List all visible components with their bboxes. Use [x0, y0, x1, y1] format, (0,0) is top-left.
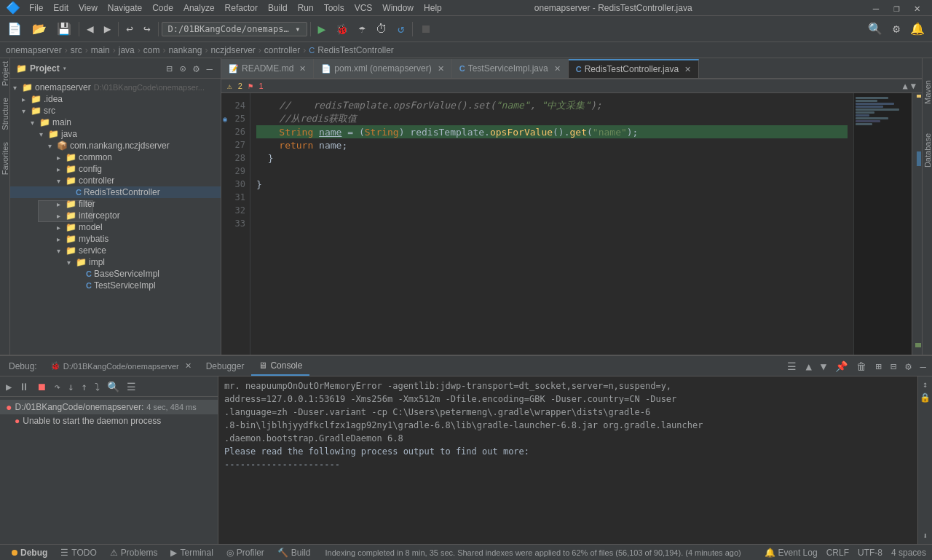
locate-file-button[interactable]: ⊙ [178, 62, 188, 75]
wrap-lines-button[interactable]: ↕ [923, 379, 928, 390]
indent-button[interactable]: 4 spaces [891, 548, 926, 558]
status-tab-todo[interactable]: ☰ TODO [55, 546, 102, 559]
breadcrumb-controller[interactable]: controller [264, 45, 300, 55]
breadcrumb-onemapserver[interactable]: onemapserver [6, 45, 62, 55]
tree-item-service[interactable]: ▾ 📁 service [10, 245, 221, 256]
console-output[interactable]: mr. neapuumpOnOutOrMemoryError -agentlib… [218, 376, 917, 544]
database-label[interactable]: Database [923, 133, 932, 167]
tree-item-idea[interactable]: ▸ 📁 .idea [10, 93, 221, 105]
breadcrumb-java[interactable]: java [119, 45, 135, 55]
tree-item-testserviceimpl[interactable]: ▸ C TestServiceImpl [10, 280, 221, 291]
menu-refactor[interactable]: Refactor [221, 1, 262, 15]
step-over-button[interactable]: ↷ [51, 379, 63, 394]
evaluate-button[interactable]: 🔍 [104, 379, 122, 394]
back-button[interactable]: ◀ [82, 19, 98, 39]
settings-tree-button[interactable]: ⚙ [191, 62, 201, 75]
autoscroll-button[interactable]: ⬇ [923, 531, 928, 541]
coverage-button[interactable]: ☂ [354, 19, 370, 39]
open-button[interactable]: 📂 [28, 19, 51, 39]
scroll-down-button[interactable]: ▼ [818, 359, 829, 374]
settings-button[interactable]: ⚙ [888, 19, 904, 39]
undo-button[interactable]: ↩ [122, 19, 138, 39]
code-editor[interactable]: 24 ◉25 26 27 28 29 30 31 32 33 // redisT… [221, 93, 922, 355]
tree-item-baseserviceimpl[interactable]: ▸ C BaseServiceImpl [10, 268, 221, 280]
tab-testservice[interactable]: C TestServiceImpl.java ✕ [452, 59, 569, 78]
tab-readme[interactable]: 📝 README.md ✕ [221, 59, 314, 78]
minimize-button[interactable]: — [867, 2, 885, 14]
debug-item-main[interactable]: ● D:/01BKangCode/onemapserver: 4 sec, 48… [0, 400, 218, 414]
debug-path-item[interactable]: 🐞 D:/01BKangCode/onemapserver ✕ [43, 357, 199, 376]
run-to-cursor-button[interactable]: ⤵ [92, 379, 103, 394]
menu-navigate[interactable]: Navigate [103, 1, 146, 15]
reload-button[interactable]: ↺ [393, 19, 409, 39]
breadcrumb-com[interactable]: com [143, 45, 160, 55]
debug-button[interactable]: 🐞 [331, 20, 352, 38]
scroll-up-button[interactable]: ▲ [802, 359, 814, 374]
breadcrumb-nczjdserver[interactable]: nczjdserver [210, 45, 255, 55]
next-warning-button[interactable]: ▼ [911, 81, 916, 91]
scroll-lock-button[interactable]: 🔒 [920, 393, 931, 403]
code-content[interactable]: // redisTemplate.opsForValue().set("name… [250, 93, 853, 355]
profile-button[interactable]: ⏱ [371, 19, 392, 39]
tree-item-redistestcontroller[interactable]: ▸ C RedisTestController [10, 186, 221, 198]
menu-analyze[interactable]: Analyze [179, 1, 219, 15]
tree-item-common[interactable]: ▸ 📁 common [10, 151, 221, 163]
tab-redistest[interactable]: C RedisTestController.java ✕ [569, 59, 699, 78]
breadcrumb-file[interactable]: RedisTestController [317, 45, 394, 55]
tree-item-package[interactable]: ▾ 📦 com.nankang.nczjdserver [10, 140, 221, 151]
redo-button[interactable]: ↪ [139, 19, 155, 39]
breadcrumb-src[interactable]: src [71, 45, 82, 55]
close-button[interactable]: ✕ [909, 2, 926, 14]
filter-action-button[interactable]: ☰ [784, 359, 799, 374]
maximize-button[interactable]: ❐ [888, 2, 905, 14]
menu-view[interactable]: View [74, 1, 102, 15]
update-button[interactable]: 🔔 [906, 19, 929, 39]
breadcrumb-nankang[interactable]: nankang [168, 45, 202, 55]
structure-panel-icon[interactable]: Structure [1, 98, 9, 130]
tree-item-root[interactable]: ▾ 📁 onemapserver D:\01BKangCode\onemapse… [10, 82, 221, 93]
tree-item-mybatis[interactable]: ▸ 📁 mybatis [10, 233, 221, 245]
stop-button[interactable]: ⏹ [416, 19, 436, 39]
close-readme-button[interactable]: ✕ [299, 64, 306, 74]
status-tab-build[interactable]: 🔨 Build [272, 546, 317, 559]
menu-window[interactable]: Window [378, 1, 418, 15]
menu-vcs[interactable]: VCS [350, 1, 377, 15]
step-out-button[interactable]: ↑ [78, 379, 90, 394]
tree-item-config[interactable]: ▸ 📁 config [10, 163, 221, 175]
prev-warning-button[interactable]: ▲ [903, 81, 908, 91]
menu-build[interactable]: Build [264, 1, 292, 15]
tree-item-src[interactable]: ▾ 📁 src [10, 105, 221, 117]
debug-item-error[interactable]: ● Unable to start the daemon process [0, 414, 218, 427]
project-dropdown-icon[interactable]: ▾ [63, 64, 67, 72]
format-button[interactable]: ⊞ [872, 359, 884, 374]
encoding-button[interactable]: UTF-8 [858, 548, 882, 558]
save-button[interactable]: 💾 [52, 19, 76, 39]
stop-debug-button[interactable]: ⏹ [33, 379, 50, 394]
gutter-scroll-thumb[interactable] [917, 151, 921, 166]
clear-console-button[interactable]: 🗑 [853, 359, 869, 374]
pin-button[interactable]: 📌 [832, 359, 850, 374]
tree-item-controller[interactable]: ▾ 📁 controller [10, 175, 221, 186]
search-button[interactable]: 🔍 [864, 19, 887, 39]
close-testservice-button[interactable]: ✕ [554, 64, 561, 74]
event-log-button[interactable]: 🔔 Event Log [765, 548, 817, 558]
menu-tools[interactable]: Tools [320, 1, 349, 15]
menu-edit[interactable]: Edit [49, 1, 73, 15]
status-tab-debug[interactable]: Debug [6, 546, 53, 559]
favorites-panel-icon[interactable]: Favorites [1, 142, 9, 175]
menu-run[interactable]: Run [293, 1, 318, 15]
project-path[interactable]: D:/01BKangCode/onemapserver ▾ [162, 22, 307, 36]
project-panel-icon[interactable]: Project [1, 61, 9, 86]
tab-console[interactable]: 🖥 Console [251, 357, 309, 376]
close-redistest-button[interactable]: ✕ [684, 65, 691, 74]
maven-label[interactable]: Maven [923, 80, 932, 104]
close-panel-button[interactable]: — [917, 359, 929, 374]
tree-item-model[interactable]: ▸ 📁 model [10, 221, 221, 233]
hide-panel-button[interactable]: — [205, 62, 215, 75]
tree-item-main[interactable]: ▾ 📁 main [10, 117, 221, 128]
close-debug-path-button[interactable]: ✕ [185, 361, 191, 371]
resume-button[interactable]: ▶ [3, 379, 15, 394]
close-pom-button[interactable]: ✕ [438, 64, 444, 74]
menu-code[interactable]: Code [148, 1, 178, 15]
status-tab-problems[interactable]: ⚠ Problems [104, 546, 164, 559]
